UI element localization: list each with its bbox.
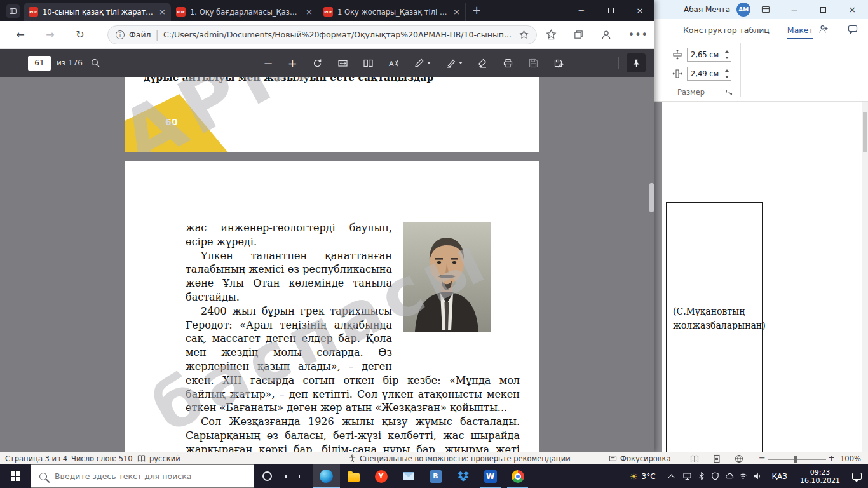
pdf-scrollbar-thumb[interactable] xyxy=(649,183,654,212)
print-layout-icon[interactable] xyxy=(712,454,721,463)
input-language-indicator[interactable]: ҚАЗ xyxy=(764,472,795,481)
taskbar-app-chrome[interactable] xyxy=(504,464,531,488)
taskbar-app-mail[interactable] xyxy=(395,464,422,488)
hidden-icons-chevron[interactable] xyxy=(668,474,674,480)
column-width-stepper[interactable] xyxy=(687,67,731,81)
zoom-slider-thumb[interactable] xyxy=(794,456,797,463)
tab-table-design[interactable]: Конструктор таблиц xyxy=(683,25,770,39)
minimize-button[interactable]: − xyxy=(567,0,596,21)
close-button[interactable]: × xyxy=(625,0,654,21)
maximize-button[interactable] xyxy=(596,0,625,21)
restore-button[interactable] xyxy=(813,0,832,19)
url-text[interactable]: C:/Users/admin/Documents/Новый%20формат/… xyxy=(163,30,515,39)
add-favorite-star-icon[interactable] xyxy=(519,30,529,39)
erase-button[interactable] xyxy=(477,58,488,69)
volume-tray-icon[interactable] xyxy=(750,472,764,480)
display-tray-icon[interactable] xyxy=(681,472,695,480)
onedrive-tray-icon[interactable] xyxy=(722,472,736,480)
ribbon-display-options-button[interactable] xyxy=(756,0,775,19)
taskbar-app-edge[interactable] xyxy=(313,464,340,488)
network-tray-icon[interactable] xyxy=(736,472,750,480)
web-layout-icon[interactable] xyxy=(735,454,743,463)
collections-icon[interactable] xyxy=(573,29,584,40)
highlight-options-caret[interactable] xyxy=(459,62,463,64)
column-width-spin-buttons[interactable] xyxy=(722,67,731,80)
row-height-stepper[interactable] xyxy=(687,48,731,62)
row-height-spin-buttons[interactable] xyxy=(722,48,731,61)
taskbar-app-dropbox[interactable] xyxy=(449,464,477,488)
draw-button[interactable] xyxy=(414,58,431,69)
comments-icon[interactable] xyxy=(848,24,858,34)
zoom-in-button[interactable]: + xyxy=(828,453,835,463)
tab-close-icon[interactable]: × xyxy=(159,7,166,17)
security-tray-icon[interactable] xyxy=(709,472,722,480)
size-dialog-launcher[interactable] xyxy=(726,89,733,96)
zoom-level[interactable]: 100% xyxy=(840,454,861,463)
word-document-area[interactable]: (С.Мұқановтың жолжазбаларынан) xyxy=(654,102,868,452)
accessibility-status[interactable]: Специальные возможности: проверьте реком… xyxy=(360,454,571,463)
new-tab-button[interactable]: + xyxy=(472,4,481,17)
minimize-button[interactable]: − xyxy=(785,0,804,19)
settings-more-icon[interactable]: ••• xyxy=(628,29,648,41)
zoom-out-button[interactable]: − xyxy=(759,453,766,463)
page-layout-button[interactable] xyxy=(363,58,374,69)
bluetooth-tray-icon[interactable] xyxy=(695,472,709,480)
forward-icon[interactable]: → xyxy=(41,29,60,41)
word-scrollbar[interactable] xyxy=(862,102,868,452)
back-icon[interactable]: ← xyxy=(11,29,30,41)
read-aloud-button[interactable]: A xyxy=(388,58,399,69)
tab-close-icon[interactable]: × xyxy=(306,7,313,17)
row-height-input[interactable] xyxy=(688,48,722,61)
close-button[interactable]: × xyxy=(843,0,862,19)
search-input[interactable] xyxy=(55,471,245,481)
file-info-icon[interactable]: i xyxy=(116,30,125,39)
start-button[interactable] xyxy=(0,464,31,488)
tab-close-icon[interactable]: × xyxy=(453,7,460,17)
action-center-button[interactable] xyxy=(845,464,868,488)
draw-options-caret[interactable] xyxy=(427,62,431,64)
task-view-button[interactable] xyxy=(280,464,305,488)
browser-tab-2[interactable]: PDF 1. Оқу бағдарламасы_Қазақ тілі × xyxy=(171,3,318,21)
url-field[interactable]: i Файл | C:/Users/admin/Documents/Новый%… xyxy=(107,25,537,44)
word-table-cell[interactable]: (С.Мұқановтың жолжазбаларынан) xyxy=(666,202,763,452)
pin-toolbar-button[interactable] xyxy=(627,53,646,72)
profile-icon[interactable] xyxy=(600,29,612,41)
taskbar-app-yandex[interactable]: Y xyxy=(367,464,395,488)
print-button[interactable] xyxy=(503,58,513,69)
cortana-button[interactable] xyxy=(254,464,280,488)
browser-tab-3[interactable]: PDF 1 Оку жоспары_Қазақ тілі Т1_7 × xyxy=(318,3,466,21)
pdf-page-60: дұрыс айтылуы мен жазылуын есте сақтаңыз… xyxy=(125,77,539,152)
taskbar-app-explorer[interactable] xyxy=(340,464,367,488)
refresh-icon[interactable]: ↻ xyxy=(71,29,90,41)
taskbar-search[interactable] xyxy=(31,464,254,488)
browser-tab-1[interactable]: PDF 10-сынып қазақ тілі жаратылыс × xyxy=(24,3,171,21)
zoom-in-button[interactable]: + xyxy=(288,58,297,69)
edge-icon xyxy=(320,470,333,483)
word-count[interactable]: Число слов: 510 xyxy=(71,454,133,463)
taskbar-clock[interactable]: 09:23 16.10.2021 xyxy=(795,468,845,485)
share-icon[interactable] xyxy=(818,24,829,34)
taskbar-app-vk[interactable]: В xyxy=(422,464,449,488)
fit-width-button[interactable] xyxy=(337,58,348,69)
tab-layout[interactable]: Макет xyxy=(787,25,813,39)
search-icon[interactable] xyxy=(90,58,101,69)
save-button[interactable] xyxy=(528,58,539,69)
column-width-input[interactable] xyxy=(688,67,722,80)
focus-mode[interactable]: Фокусировка xyxy=(620,454,671,463)
tab-title: 1. Оқу бағдарламасы_Қазақ тілі xyxy=(190,8,301,17)
proofing-icon[interactable] xyxy=(137,454,146,463)
favorites-icon[interactable] xyxy=(546,29,557,40)
highlight-button[interactable] xyxy=(445,58,463,69)
pdf-viewport[interactable]: дұрыс айтылуы мен жазылуын есте сақтаңыз… xyxy=(0,77,654,452)
zoom-out-button[interactable]: − xyxy=(264,58,273,69)
save-as-button[interactable] xyxy=(553,58,564,69)
tab-actions-menu-icon[interactable] xyxy=(6,4,20,18)
rotate-button[interactable] xyxy=(312,58,323,69)
read-mode-icon[interactable] xyxy=(690,454,699,463)
page-info[interactable]: Страница 3 из 4 xyxy=(5,454,67,463)
page-number-input[interactable] xyxy=(28,56,51,71)
weather-widget[interactable]: ☀ 3°C xyxy=(623,471,662,482)
taskbar-app-word[interactable]: W xyxy=(477,464,504,488)
language-indicator[interactable]: русский xyxy=(149,454,180,463)
word-avatar[interactable]: АМ xyxy=(736,3,750,17)
